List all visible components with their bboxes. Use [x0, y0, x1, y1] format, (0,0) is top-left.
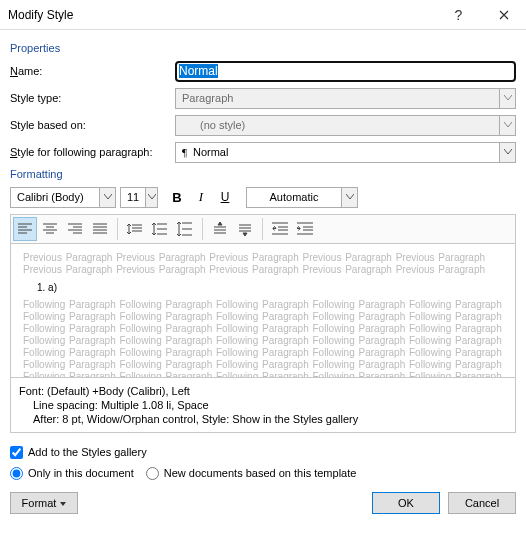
align-left-button[interactable]: [13, 217, 37, 241]
separator: [117, 218, 118, 240]
spacing-single-button[interactable]: [123, 217, 147, 241]
chevron-down-icon: [504, 95, 512, 101]
chevron-down-icon: [346, 194, 354, 200]
underline-button[interactable]: U: [214, 186, 236, 208]
name-label: Name:: [10, 65, 175, 77]
style-following-drop[interactable]: [499, 142, 516, 163]
italic-button[interactable]: I: [190, 186, 212, 208]
desc-line-3: After: 8 pt, Widow/Orphan control, Style…: [19, 412, 507, 426]
font-drop[interactable]: [99, 187, 116, 208]
style-type-combo[interactable]: Paragraph: [175, 88, 516, 109]
chevron-down-icon: [504, 149, 512, 155]
bold-button[interactable]: B: [166, 186, 188, 208]
align-center-icon: [43, 223, 57, 235]
ok-button[interactable]: OK: [372, 492, 440, 514]
align-justify-button[interactable]: [88, 217, 112, 241]
add-gallery-checkbox[interactable]: [10, 446, 23, 459]
indent-inc-icon: [297, 222, 313, 236]
chevron-down-icon: [104, 194, 112, 200]
close-icon: [499, 10, 509, 20]
only-doc-radio[interactable]: [10, 467, 23, 480]
format-button[interactable]: Format: [10, 492, 78, 514]
style-based-drop[interactable]: [499, 115, 516, 136]
separator: [202, 218, 203, 240]
preview-previous: Previous Paragraph Previous Paragraph Pr…: [23, 252, 503, 276]
spacing-onehalf-icon: [152, 222, 168, 236]
align-center-button[interactable]: [38, 217, 62, 241]
font-value: Calibri (Body): [10, 187, 99, 208]
style-based-label: Style based on:: [10, 119, 175, 131]
preview-sample: 1. a): [23, 282, 503, 293]
spacing-onehalf-button[interactable]: [148, 217, 172, 241]
title-bar: Modify Style ?: [0, 0, 526, 30]
only-doc-label[interactable]: Only in this document: [28, 467, 134, 479]
window-title: Modify Style: [8, 8, 436, 22]
indent-dec-button[interactable]: [268, 217, 292, 241]
style-type-drop[interactable]: [499, 88, 516, 109]
align-right-icon: [68, 223, 82, 235]
style-type-value: Paragraph: [175, 88, 499, 109]
separator: [262, 218, 263, 240]
size-value: 11: [120, 187, 145, 208]
spacing-single-icon: [127, 222, 143, 236]
size-combo[interactable]: 11: [120, 187, 158, 208]
spacing-double-button[interactable]: [173, 217, 197, 241]
color-drop[interactable]: [341, 187, 358, 208]
space-before-dec-button[interactable]: [233, 217, 257, 241]
style-following-value: ¶Normal: [175, 142, 499, 163]
new-docs-radio[interactable]: [146, 467, 159, 480]
help-button[interactable]: ?: [436, 0, 481, 30]
indent-inc-button[interactable]: [293, 217, 317, 241]
color-value: Automatic: [246, 187, 341, 208]
color-combo[interactable]: Automatic: [246, 187, 358, 208]
add-gallery-label[interactable]: Add to the Styles gallery: [28, 446, 147, 458]
new-docs-label[interactable]: New documents based on this template: [164, 467, 357, 479]
properties-heading: Properties: [10, 42, 516, 54]
formatting-heading: Formatting: [10, 168, 516, 180]
paragraph-toolbar: [10, 214, 516, 244]
chevron-down-icon: [504, 122, 512, 128]
close-button[interactable]: [481, 0, 526, 30]
style-following-text: Normal: [193, 146, 228, 158]
desc-line-1: Font: (Default) +Body (Calibri), Left: [19, 384, 507, 398]
description-pane: Font: (Default) +Body (Calibri), Left Li…: [10, 378, 516, 433]
align-right-button[interactable]: [63, 217, 87, 241]
align-justify-icon: [93, 223, 107, 235]
space-before-inc-button[interactable]: [208, 217, 232, 241]
align-left-icon: [18, 223, 32, 235]
space-before-inc-icon: [212, 222, 228, 236]
desc-line-2: Line spacing: Multiple 1.08 li, Space: [19, 398, 507, 412]
preview-pane: Previous Paragraph Previous Paragraph Pr…: [10, 244, 516, 378]
size-drop[interactable]: [145, 187, 158, 208]
cancel-button[interactable]: Cancel: [448, 492, 516, 514]
preview-following: Following Paragraph Following Paragraph …: [23, 299, 503, 378]
style-following-label: Style for following paragraph:: [10, 146, 175, 158]
font-combo[interactable]: Calibri (Body): [10, 187, 116, 208]
style-following-combo[interactable]: ¶Normal: [175, 142, 516, 163]
style-based-combo[interactable]: (no style): [175, 115, 516, 136]
style-type-label: Style type:: [10, 92, 175, 104]
chevron-down-icon: [148, 194, 156, 200]
indent-dec-icon: [272, 222, 288, 236]
name-input[interactable]: [175, 61, 516, 82]
space-before-dec-icon: [237, 222, 253, 236]
style-based-value: (no style): [175, 115, 499, 136]
spacing-double-icon: [177, 222, 193, 236]
